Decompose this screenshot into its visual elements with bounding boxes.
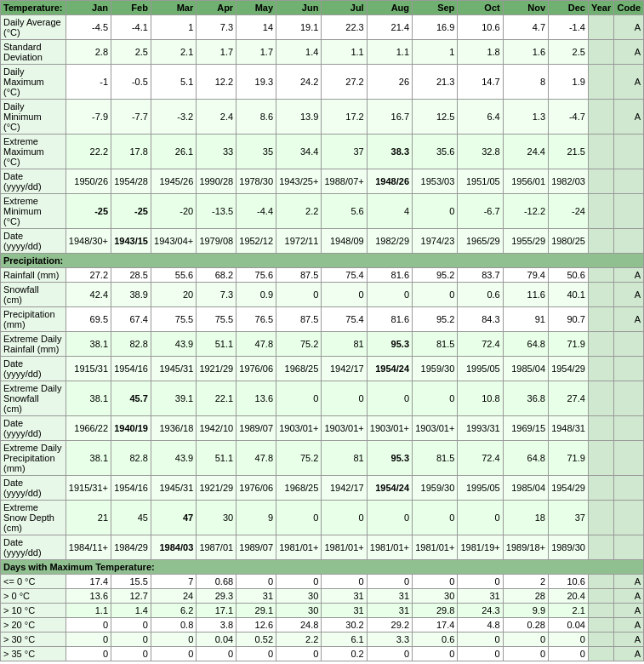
- table-cell: 0: [322, 381, 367, 416]
- table-cell: 45: [111, 501, 151, 535]
- table-cell: 1.1: [322, 40, 367, 65]
- table-cell: 83.7: [458, 268, 503, 283]
- table-cell: 47.8: [237, 332, 276, 357]
- table-cell: 0: [367, 381, 412, 416]
- table-cell: 27.2: [66, 268, 111, 283]
- table-cell: 0: [151, 633, 196, 647]
- table-cell: 30.2: [322, 618, 367, 633]
- table-cell: 1903/01+: [413, 416, 458, 441]
- climate-table: Temperature: Jan Feb Mar Apr May Jun Jul…: [0, 0, 644, 661]
- row-label: Daily Average (°C): [1, 15, 66, 40]
- table-cell: -6.7: [458, 194, 503, 229]
- table-cell: 38.1: [66, 441, 111, 476]
- table-cell: 0: [503, 647, 548, 661]
- table-cell: 1978/30: [237, 169, 276, 194]
- table-cell: 71.9: [549, 332, 589, 357]
- table-cell: 0: [66, 633, 111, 647]
- table-cell: 43.9: [151, 332, 196, 357]
- column-headers: Temperature: Jan Feb Mar Apr May Jun Jul…: [1, 1, 644, 15]
- table-cell: 1980/25: [549, 229, 589, 254]
- table-body: Daily Average (°C)-4.5-4.117.31419.122.3…: [1, 15, 644, 661]
- table-cell: A: [614, 575, 644, 589]
- table-cell: 1: [151, 15, 196, 40]
- row-label: Date (yyyy/dd): [1, 416, 66, 441]
- table-cell: 2.1: [549, 604, 589, 618]
- table-cell: 0: [503, 633, 548, 647]
- table-cell: 1.3: [503, 100, 548, 135]
- nov-header: Nov: [503, 1, 548, 15]
- table-cell: 1.7: [197, 40, 237, 65]
- table-cell: 3.3: [367, 633, 412, 647]
- table-cell: 0: [276, 501, 322, 535]
- table-cell: 24.4: [503, 135, 548, 169]
- sep-header: Sep: [413, 1, 458, 15]
- table-cell: 1969/15: [503, 416, 548, 441]
- table-cell: 38.3: [367, 135, 412, 169]
- row-label: Snowfall (cm): [1, 283, 66, 307]
- table-cell: [588, 40, 613, 65]
- table-cell: A: [614, 268, 644, 283]
- table-cell: 0: [237, 647, 276, 661]
- table-cell: 1948/09: [322, 229, 367, 254]
- table-cell: 1.4: [276, 40, 322, 65]
- table-cell: -7.7: [111, 100, 151, 135]
- row-label: Date (yyyy/dd): [1, 169, 66, 194]
- table-cell: 8.6: [237, 100, 276, 135]
- table-cell: 32.8: [458, 135, 503, 169]
- table-cell: 17.1: [197, 604, 237, 618]
- table-cell: 1982/29: [367, 229, 412, 254]
- table-cell: 1954/29: [549, 476, 589, 501]
- table-cell: 1915/31: [66, 357, 111, 381]
- table-cell: 0: [367, 283, 412, 307]
- table-cell: A: [614, 604, 644, 618]
- table-cell: -1.4: [549, 15, 589, 40]
- table-cell: 1981/01+: [367, 535, 412, 560]
- table-cell: 42.4: [66, 283, 111, 307]
- table-cell: 1988/07+: [322, 169, 367, 194]
- table-cell: 1948/31: [549, 416, 589, 441]
- table-cell: 75.5: [197, 307, 237, 332]
- table-cell: 13.9: [276, 100, 322, 135]
- table-cell: 21.4: [367, 15, 412, 40]
- table-cell: 1.4: [111, 604, 151, 618]
- table-cell: 69.5: [66, 307, 111, 332]
- table-cell: 16.9: [413, 15, 458, 40]
- table-cell: [588, 229, 613, 254]
- table-cell: 68.2: [197, 268, 237, 283]
- table-cell: 1.9: [549, 65, 589, 100]
- table-cell: 0: [276, 381, 322, 416]
- table-cell: 1981/01+: [276, 535, 322, 560]
- table-cell: 0.9: [237, 283, 276, 307]
- table-cell: 0.8: [151, 618, 196, 633]
- table-cell: 21.5: [549, 135, 589, 169]
- table-cell: 21.3: [413, 65, 458, 100]
- table-cell: 14: [237, 15, 276, 40]
- table-cell: 31: [322, 589, 367, 604]
- table-cell: 35.6: [413, 135, 458, 169]
- table-cell: 22.3: [322, 15, 367, 40]
- table-cell: 2.5: [549, 40, 589, 65]
- table-cell: 1952/12: [237, 229, 276, 254]
- table-cell: A: [614, 15, 644, 40]
- table-cell: [588, 283, 613, 307]
- table-cell: 1915/31+: [66, 476, 111, 501]
- table-cell: 75.2: [276, 441, 322, 476]
- table-cell: 1985/04: [503, 357, 548, 381]
- table-cell: 17.4: [66, 575, 111, 589]
- table-cell: 38.9: [111, 283, 151, 307]
- table-cell: 30: [276, 589, 322, 604]
- table-cell: 1921/29: [197, 476, 237, 501]
- table-cell: 1.8: [458, 40, 503, 65]
- table-cell: 10.6: [549, 575, 589, 589]
- table-cell: A: [614, 618, 644, 633]
- table-cell: 20: [151, 283, 196, 307]
- table-cell: 0: [276, 283, 322, 307]
- row-label: > 30 °C: [1, 633, 66, 647]
- table-cell: 1959/30: [413, 476, 458, 501]
- section-header: Precipitation:: [1, 254, 644, 268]
- row-label: Extreme Minimum (°C): [1, 194, 66, 229]
- dec-header: Dec: [549, 1, 589, 15]
- table-cell: 31: [367, 604, 412, 618]
- table-cell: 1955/29: [503, 229, 548, 254]
- table-cell: 24.8: [276, 618, 322, 633]
